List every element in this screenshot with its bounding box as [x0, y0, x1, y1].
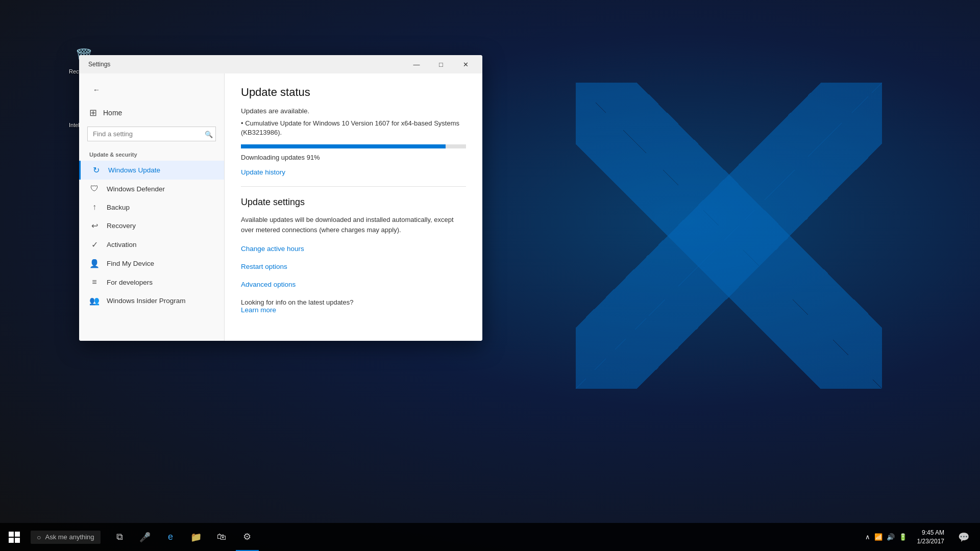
taskbar-tray: ∧ 📶 🔊 🔋 — [863, 533, 910, 541]
svg-rect-3 — [15, 538, 20, 543]
update-settings-title: Update settings — [241, 197, 466, 208]
start-button[interactable] — [0, 523, 28, 551]
maximize-button[interactable]: □ — [429, 57, 453, 72]
sidebar-item-recovery-label: Recovery — [107, 222, 136, 230]
progress-bar-fill — [241, 144, 446, 148]
network-icon: 📶 — [874, 533, 883, 541]
taskbar-search-text: Ask me anything — [45, 533, 94, 541]
file-explorer-button[interactable]: 📁 — [185, 523, 208, 551]
settings-button[interactable]: ⚙ — [236, 523, 259, 551]
edge-button[interactable]: e — [159, 523, 182, 551]
task-view-button[interactable]: ⧉ — [108, 523, 131, 551]
backup-icon: ↑ — [89, 203, 100, 212]
minimize-button[interactable]: — — [405, 57, 428, 72]
taskbar-clock[interactable]: 9:45 AM 1/23/2017 — [912, 529, 949, 546]
home-label: Home — [103, 109, 122, 117]
find-my-device-icon: 👤 — [89, 259, 100, 268]
windows-insider-icon: 👥 — [89, 296, 100, 306]
learn-more-link[interactable]: Learn more — [241, 306, 466, 314]
sidebar: ← ⊞ Home 🔍 Update & security ↻ Windows U… — [79, 73, 225, 341]
tray-chevron[interactable]: ∧ — [865, 533, 870, 541]
search-input[interactable] — [87, 127, 216, 141]
taskbar-icons: ⧉ 🎤 e 📁 🛍 ⚙ — [108, 523, 259, 551]
sidebar-item-for-developers[interactable]: ≡ For developers — [79, 273, 224, 291]
sidebar-item-backup[interactable]: ↑ Backup — [79, 198, 224, 216]
settings-window: Settings — □ ✕ ← ⊞ Home 🔍 Update & secur… — [79, 55, 482, 341]
taskbar-right: ∧ 📶 🔊 🔋 9:45 AM 1/23/2017 💬 — [863, 523, 980, 551]
sidebar-item-backup-label: Backup — [107, 204, 130, 211]
battery-icon: 🔋 — [899, 533, 907, 541]
advanced-options-link[interactable]: Advanced options — [241, 281, 466, 288]
looking-for-info-text: Looking for info on the latest updates? — [241, 298, 466, 306]
store-button[interactable]: 🛍 — [210, 523, 233, 551]
volume-icon: 🔊 — [887, 533, 895, 541]
taskbar: ○ Ask me anything ⧉ 🎤 e 📁 🛍 ⚙ ∧ 📶 🔊 🔋 9:… — [0, 523, 980, 551]
close-button[interactable]: ✕ — [454, 57, 477, 72]
window-controls: — □ ✕ — [405, 57, 477, 72]
recovery-icon: ↩ — [89, 221, 100, 231]
sidebar-item-activation[interactable]: ✓ Activation — [79, 235, 224, 254]
clock-time: 9:45 AM — [917, 529, 944, 537]
sidebar-item-windows-insider-label: Windows Insider Program — [107, 297, 186, 305]
updates-available-text: Updates are available. — [241, 107, 466, 115]
change-active-hours-link[interactable]: Change active hours — [241, 245, 466, 253]
download-status-text: Downloading updates 91% — [241, 154, 466, 161]
activation-icon: ✓ — [89, 240, 100, 249]
sidebar-item-windows-update[interactable]: ↻ Windows Update — [79, 161, 224, 180]
mic-button[interactable]: 🎤 — [134, 523, 157, 551]
home-icon: ⊞ — [89, 107, 97, 118]
sidebar-item-for-developers-label: For developers — [107, 279, 153, 286]
search-icon: 🔍 — [205, 130, 213, 138]
for-developers-icon: ≡ — [89, 278, 100, 287]
sidebar-item-recovery[interactable]: ↩ Recovery — [79, 216, 224, 235]
progress-bar-container — [241, 144, 466, 148]
clock-date: 1/23/2017 — [917, 537, 944, 546]
back-button[interactable]: ← — [89, 83, 104, 97]
svg-rect-2 — [9, 538, 14, 543]
sidebar-item-find-my-device[interactable]: 👤 Find My Device — [79, 254, 224, 273]
windows-defender-icon: 🛡 — [89, 184, 100, 193]
update-detail-text: • Cumulative Update for Windows 10 Versi… — [241, 119, 466, 137]
sidebar-item-windows-insider[interactable]: 👥 Windows Insider Program — [79, 291, 224, 310]
update-history-link[interactable]: Update history — [241, 168, 466, 176]
divider — [241, 186, 466, 187]
window-title: Settings — [88, 61, 405, 68]
update-status-title: Update status — [241, 86, 466, 99]
window-body: ← ⊞ Home 🔍 Update & security ↻ Windows U… — [79, 73, 482, 341]
main-content: Update status Updates are available. • C… — [225, 73, 482, 341]
update-settings-desc: Available updates will be downloaded and… — [241, 215, 466, 235]
sidebar-item-windows-defender-label: Windows Defender — [107, 185, 165, 193]
notifications-button[interactable]: 💬 — [952, 523, 975, 551]
windows-update-icon: ↻ — [91, 165, 101, 175]
svg-rect-1 — [15, 532, 20, 537]
windows-logo-icon — [9, 532, 20, 543]
sidebar-item-windows-defender[interactable]: 🛡 Windows Defender — [79, 180, 224, 198]
section-label: Update & security — [79, 145, 224, 161]
svg-rect-0 — [9, 532, 14, 537]
restart-options-link[interactable]: Restart options — [241, 263, 466, 270]
cortana-icon: ○ — [37, 533, 41, 541]
sidebar-item-find-my-device-label: Find My Device — [107, 260, 154, 267]
sidebar-item-windows-update-label: Windows Update — [108, 166, 160, 174]
sidebar-header: ← — [79, 73, 224, 103]
search-box: 🔍 — [87, 127, 216, 141]
sidebar-item-home[interactable]: ⊞ Home — [79, 103, 224, 122]
sidebar-item-activation-label: Activation — [107, 241, 137, 248]
titlebar: Settings — □ ✕ — [79, 55, 482, 73]
taskbar-search[interactable]: ○ Ask me anything — [31, 531, 101, 544]
